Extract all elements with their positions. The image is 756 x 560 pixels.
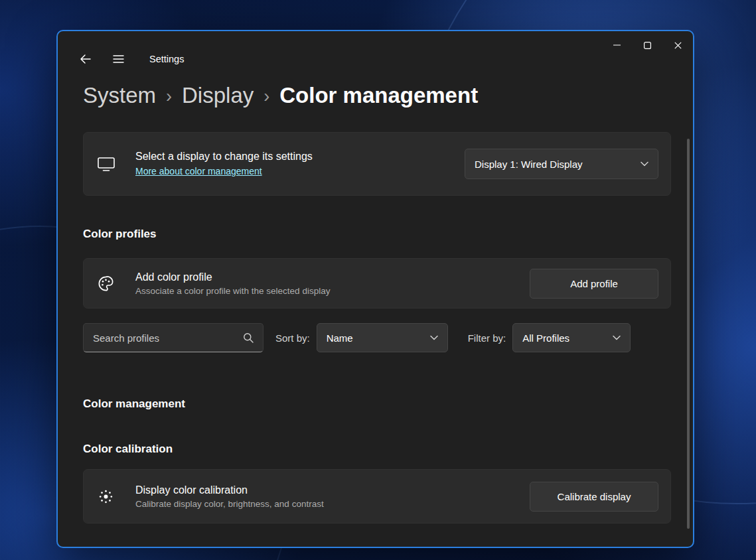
display-selector-text: Select a display to change its settings … <box>135 151 465 177</box>
breadcrumb-system[interactable]: System <box>83 83 156 108</box>
display-color-calibration-card: Display color calibration Calibrate disp… <box>83 469 671 524</box>
calibration-title: Display color calibration <box>135 484 530 496</box>
add-profile-text: Add color profile Associate a color prof… <box>135 271 530 296</box>
display-selector-card: Select a display to change its settings … <box>83 132 671 196</box>
filter-dropdown-value: All Profiles <box>522 332 569 344</box>
search-icon[interactable] <box>240 330 256 346</box>
profiles-toolbar: Sort by: Name Filter by: All Profiles <box>83 323 671 352</box>
minimize-icon <box>613 44 621 46</box>
close-icon <box>674 42 682 49</box>
back-button[interactable] <box>74 48 96 70</box>
chevron-down-icon <box>641 161 648 167</box>
color-profiles-header: Color profiles <box>83 228 671 241</box>
breadcrumb: System › Display › Color management <box>83 83 671 108</box>
display-dropdown-value: Display 1: Wired Display <box>475 159 583 170</box>
display-dropdown[interactable]: Display 1: Wired Display <box>465 149 658 179</box>
calibration-sun-icon <box>97 488 135 506</box>
maximize-icon <box>644 42 651 49</box>
back-arrow-icon <box>80 54 91 64</box>
window-controls <box>601 31 693 59</box>
page-content: System › Display › Color management Sele… <box>58 83 693 524</box>
breadcrumb-color-management: Color management <box>279 83 478 108</box>
minimize-button[interactable] <box>601 31 632 59</box>
search-profiles-box <box>83 323 264 352</box>
vertical-scrollbar[interactable] <box>687 139 690 529</box>
filter-dropdown[interactable]: All Profiles <box>512 323 631 352</box>
maximize-button[interactable] <box>632 31 662 59</box>
sort-dropdown[interactable]: Name <box>317 323 448 352</box>
add-profile-button[interactable]: Add profile <box>530 269 658 299</box>
monitor-icon <box>97 155 135 173</box>
settings-window: Settings <box>56 30 694 548</box>
add-color-profile-card: Add color profile Associate a color prof… <box>83 258 671 309</box>
calibrate-display-button[interactable]: Calibrate display <box>530 482 658 512</box>
breadcrumb-separator-icon: › <box>166 84 172 107</box>
filter-by-label: Filter by: <box>468 332 506 344</box>
calibration-text: Display color calibration Calibrate disp… <box>135 484 530 509</box>
sort-dropdown-value: Name <box>327 332 353 344</box>
search-profiles-input[interactable] <box>93 332 240 344</box>
sort-by-label: Sort by: <box>275 332 310 344</box>
navigation-menu-button[interactable] <box>107 48 129 70</box>
color-calibration-header: Color calibration <box>83 443 671 456</box>
breadcrumb-separator-icon: › <box>264 84 269 107</box>
hamburger-menu-icon <box>113 54 124 64</box>
chevron-down-icon <box>613 335 621 340</box>
close-button[interactable] <box>662 31 693 59</box>
titlebar-left: Settings <box>58 31 693 70</box>
add-profile-title: Add color profile <box>135 271 530 283</box>
more-about-color-management-link[interactable]: More about color management <box>135 166 262 176</box>
color-management-header: Color management <box>83 397 671 411</box>
breadcrumb-display[interactable]: Display <box>182 83 254 108</box>
calibration-subtitle: Calibrate display color, brightness, and… <box>135 499 530 509</box>
titlebar: Settings <box>58 31 693 78</box>
app-title: Settings <box>149 54 184 64</box>
chevron-down-icon <box>430 335 438 340</box>
palette-icon <box>97 275 135 293</box>
display-selector-title: Select a display to change its settings <box>135 151 465 163</box>
add-profile-subtitle: Associate a color profile with the selec… <box>135 286 530 296</box>
